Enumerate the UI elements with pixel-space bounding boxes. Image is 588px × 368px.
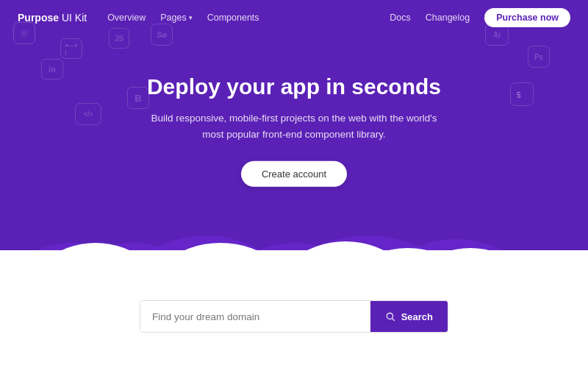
brand-logo[interactable]: Purpose UI Kit [18, 12, 87, 24]
navbar: Purpose UI Kit Overview Pages ▾ Componen… [0, 0, 588, 35]
domain-search-container: Search [140, 300, 448, 333]
create-account-button[interactable]: Create account [241, 161, 347, 187]
linkedin-icon: in [41, 59, 63, 79]
bottom-section: Search [0, 265, 588, 368]
nav-changelog[interactable]: Changelog [426, 13, 470, 23]
svg-point-19 [387, 313, 392, 319]
svg-text:5: 5 [517, 91, 521, 99]
hero-title: Deploy your app in seconds [103, 74, 485, 100]
nav-overview[interactable]: Overview [107, 13, 146, 23]
hero-section: Purpose UI Kit Overview Pages ▾ Componen… [0, 0, 588, 265]
nav-links: Overview Pages ▾ Components [107, 13, 259, 23]
search-button[interactable]: Search [370, 301, 448, 332]
svg-rect-18 [0, 250, 588, 265]
css-svg-icon: 5 [515, 88, 528, 101]
chevron-down-icon: ▾ [189, 14, 193, 21]
nav-right: Docs Changelog Purchase now [390, 8, 570, 27]
domain-input[interactable] [140, 301, 370, 332]
nav-components[interactable]: Components [207, 13, 259, 23]
code-icon: </> [75, 103, 101, 125]
hero-subtitle: Build responsive, mobile-first projects … [103, 110, 485, 142]
hero-content: Deploy your app in seconds Build respons… [103, 74, 485, 187]
network-icon: ●—●| [60, 38, 82, 59]
nav-docs[interactable]: Docs [390, 13, 410, 23]
nav-pages[interactable]: Pages ▾ [160, 13, 192, 23]
photoshop-icon: Ps [528, 46, 550, 68]
search-icon [385, 311, 395, 322]
css5-icon: 5 [510, 82, 534, 106]
svg-line-20 [392, 319, 394, 321]
purchase-button[interactable]: Purchase now [484, 8, 570, 27]
